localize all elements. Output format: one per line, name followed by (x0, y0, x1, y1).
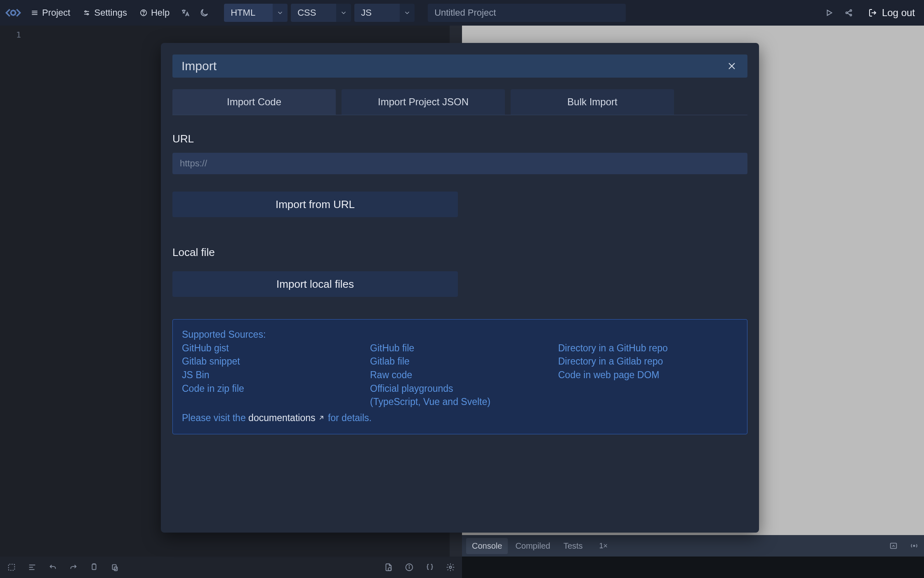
logout-label: Log out (882, 7, 915, 19)
sources-col-3: Directory in a GitHub repo Directory in … (558, 341, 738, 409)
help-menu-label: Help (151, 7, 170, 18)
topbar: Project Settings Help HTML CSS JS (0, 0, 924, 26)
tab-bulk-import[interactable]: Bulk Import (511, 89, 674, 115)
open-new-window-icon[interactable] (888, 540, 899, 552)
braces-icon[interactable] (424, 561, 436, 573)
svg-point-30 (449, 566, 452, 569)
tab-js[interactable]: JS (354, 4, 415, 22)
info-icon[interactable] (403, 561, 415, 573)
svg-point-29 (409, 566, 409, 566)
editor-footer (0, 557, 462, 578)
gear-icon[interactable] (445, 561, 456, 573)
url-section-label: URL (172, 133, 747, 145)
console-tab-compiled[interactable]: Compiled (509, 538, 556, 554)
svg-point-18 (913, 545, 915, 546)
chevron-down-icon[interactable] (400, 4, 415, 22)
sources-col-2: GitHub file Gitlab file Raw code Officia… (370, 341, 550, 409)
console-tab-console[interactable]: Console (466, 538, 508, 554)
editor-language-tabs: HTML CSS JS (224, 4, 415, 22)
tab-css-label: CSS (291, 7, 336, 18)
help-menu[interactable]: Help (134, 5, 174, 21)
external-link-icon (318, 414, 325, 422)
logout-button[interactable]: Log out (864, 5, 919, 21)
svg-point-5 (85, 11, 86, 12)
footer-post: for details. (328, 412, 372, 423)
language-icon[interactable] (177, 5, 193, 21)
svg-point-13 (850, 14, 851, 16)
url-input[interactable] (172, 153, 747, 174)
app-logo (3, 3, 23, 23)
project-title-input[interactable] (428, 4, 626, 22)
copy-icon[interactable] (88, 561, 100, 573)
tab-import-code[interactable]: Import Code (172, 89, 336, 115)
theme-toggle-icon[interactable] (196, 5, 212, 21)
documentation-link-label: documentations (248, 411, 315, 425)
import-local-files-button[interactable]: Import local files (172, 271, 458, 297)
sources-col-1: GitHub gist Gitlab snippet JS Bin Code i… (182, 341, 362, 409)
project-menu-label: Project (42, 7, 70, 18)
fullscreen-icon[interactable] (6, 561, 17, 573)
sources-heading: Supported Sources: (182, 328, 738, 341)
tab-import-json[interactable]: Import Project JSON (342, 89, 505, 115)
project-menu[interactable]: Project (26, 5, 75, 21)
local-file-section-label: Local file (172, 246, 747, 259)
run-icon[interactable] (821, 5, 837, 21)
line-number: 1 (0, 30, 21, 40)
info-footer: Please visit the documentations for deta… (182, 411, 738, 425)
svg-line-14 (847, 11, 850, 12)
script-icon[interactable] (383, 561, 394, 573)
documentation-link[interactable]: documentations (248, 411, 325, 425)
svg-point-9 (143, 14, 144, 14)
svg-point-11 (846, 12, 847, 14)
svg-point-7 (87, 14, 88, 15)
supported-sources-info: Supported Sources: GitHub gist Gitlab sn… (172, 319, 747, 434)
svg-point-12 (850, 9, 851, 11)
svg-rect-23 (92, 564, 96, 570)
close-icon[interactable] (725, 59, 738, 73)
tab-html[interactable]: HTML (224, 4, 288, 22)
settings-menu[interactable]: Settings (78, 5, 132, 21)
modal-tabs: Import Code Import Project JSON Bulk Imp… (172, 89, 747, 115)
import-modal: Import Import Code Import Project JSON B… (161, 43, 759, 533)
chevron-down-icon[interactable] (336, 4, 351, 22)
undo-icon[interactable] (47, 561, 59, 573)
zoom-badge[interactable]: 1× (595, 540, 612, 552)
svg-line-33 (320, 417, 323, 420)
broadcast-icon[interactable] (908, 540, 920, 552)
svg-point-26 (388, 568, 391, 571)
footer-pre: Please visit the (182, 412, 248, 423)
share-icon[interactable] (841, 5, 857, 21)
console-tab-tests[interactable]: Tests (558, 538, 589, 554)
format-icon[interactable] (26, 561, 38, 573)
console-bar: Console Compiled Tests 1× (462, 535, 924, 557)
tab-html-label: HTML (224, 7, 273, 18)
import-from-url-button[interactable]: Import from URL (172, 192, 458, 217)
svg-point-0 (11, 11, 16, 15)
tab-css[interactable]: CSS (291, 4, 351, 22)
svg-line-15 (847, 13, 850, 15)
paste-icon[interactable] (109, 561, 120, 573)
chevron-down-icon[interactable] (273, 4, 288, 22)
redo-icon[interactable] (68, 561, 79, 573)
modal-header: Import (172, 54, 747, 78)
line-gutter: 1 (0, 26, 33, 557)
tab-js-label: JS (354, 7, 400, 18)
svg-marker-10 (827, 10, 832, 16)
settings-menu-label: Settings (94, 7, 127, 18)
modal-title: Import (182, 59, 217, 73)
svg-rect-19 (9, 564, 15, 571)
